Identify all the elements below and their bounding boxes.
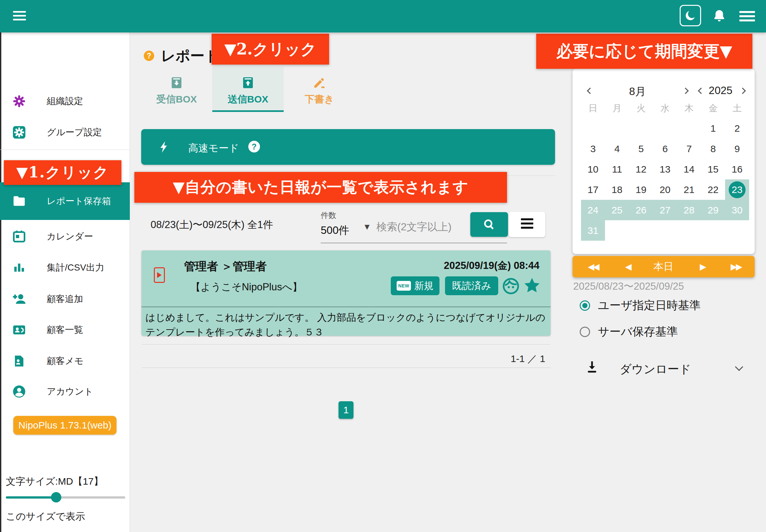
calendar-day-3[interactable]: 3 bbox=[581, 139, 605, 159]
face-icon[interactable] bbox=[502, 277, 520, 295]
sidebar-item-label: 顧客メモ bbox=[47, 355, 83, 367]
report-card[interactable]: 管理者 ＞管理者 2025/09/19(金) 08:44 【ようこそNipoPl… bbox=[141, 250, 551, 336]
calendar-day-10[interactable]: 10 bbox=[581, 159, 605, 179]
folder-icon bbox=[12, 194, 27, 209]
weekday-label: 水 bbox=[653, 101, 677, 115]
sidebar-item-6[interactable]: 顧客一覧 bbox=[0, 314, 130, 345]
calendar-day-empty bbox=[605, 220, 629, 241]
radio-user-datetime[interactable]: ユーザ指定日時基準 bbox=[580, 298, 701, 313]
count-select-caret-icon[interactable]: ▼ bbox=[363, 222, 371, 232]
count-select[interactable]: 500件 bbox=[321, 223, 349, 238]
list-divider bbox=[141, 344, 551, 345]
sidebar-menu-icon[interactable] bbox=[13, 11, 26, 21]
calendar-day-5[interactable]: 5 bbox=[629, 139, 653, 159]
download-icon[interactable] bbox=[584, 359, 600, 376]
calendar-day-27[interactable]: 27 bbox=[653, 200, 677, 220]
sidebar-item-7[interactable]: 顧客メモ bbox=[0, 345, 130, 377]
sidebar-item-0[interactable]: 組織設定 bbox=[0, 86, 130, 117]
tab-inbox[interactable]: 受信BOX bbox=[141, 67, 212, 112]
sidebar-item-label: 集計/CSV出力 bbox=[47, 261, 104, 274]
search-input[interactable]: 検索(2文字以上) bbox=[376, 220, 452, 234]
sidebar-item-5[interactable]: 顧客追加 bbox=[0, 284, 130, 315]
calendar-day-8[interactable]: 8 bbox=[701, 139, 725, 159]
calendar-day-9[interactable]: 9 bbox=[725, 139, 749, 159]
calendar-day-25[interactable]: 25 bbox=[605, 200, 629, 220]
prev-month-button[interactable] bbox=[584, 85, 596, 97]
sidebar-item-label: レポート保存箱 bbox=[47, 195, 111, 207]
calendar-day-17[interactable]: 17 bbox=[581, 179, 605, 200]
page-1-button[interactable]: 1 bbox=[338, 401, 353, 419]
calendar-day-28[interactable]: 28 bbox=[677, 200, 701, 220]
sidebar-item-label: アカウント bbox=[47, 385, 93, 398]
calendar-day-4[interactable]: 4 bbox=[605, 139, 629, 159]
calendar-day-14[interactable]: 14 bbox=[677, 159, 701, 179]
calendar-day-6[interactable]: 6 bbox=[653, 139, 677, 159]
sidebar-item-1[interactable]: グループ設定 bbox=[0, 117, 130, 148]
calendar-day-11[interactable]: 11 bbox=[605, 159, 629, 179]
favorite-star-icon[interactable] bbox=[522, 276, 542, 296]
calendar-day-15[interactable]: 15 bbox=[701, 159, 725, 179]
radio-server-saved[interactable]: サーバ保存基準 bbox=[580, 324, 678, 339]
status-badge-new: NEW 新規 bbox=[391, 276, 440, 295]
calendar-day-19[interactable]: 19 bbox=[629, 179, 653, 200]
calendar-day-empty bbox=[677, 220, 701, 241]
fast-mode-button[interactable]: 高速モード ? bbox=[141, 129, 555, 165]
list-options-button[interactable] bbox=[509, 212, 545, 237]
sidebar-item-label: 顧客追加 bbox=[47, 293, 83, 305]
search-button[interactable] bbox=[470, 212, 508, 237]
back-button[interactable]: ◀ bbox=[618, 256, 638, 277]
dark-mode-button[interactable] bbox=[680, 5, 701, 26]
note-icon bbox=[12, 354, 27, 369]
calendar-day-26[interactable]: 26 bbox=[629, 200, 653, 220]
status-badge-read-label: 既読済み bbox=[452, 279, 492, 293]
fast-mode-help-icon[interactable]: ? bbox=[248, 141, 260, 152]
fast-backward-button[interactable]: ◀◀ bbox=[582, 256, 604, 277]
sidebar: 組織設定グループ設定レポート保存箱カレンダー集計/CSV出力顧客追加顧客一覧顧客… bbox=[0, 32, 130, 532]
next-month-button[interactable] bbox=[680, 85, 691, 97]
notifications-button[interactable] bbox=[711, 8, 727, 24]
sidebar-item-3[interactable]: カレンダー bbox=[0, 221, 130, 252]
forward-button[interactable]: ▶ bbox=[693, 256, 712, 277]
download-expand-chevron-icon[interactable] bbox=[735, 363, 743, 371]
calendar-day-18[interactable]: 18 bbox=[605, 179, 629, 200]
help-icon[interactable]: ? bbox=[144, 51, 154, 61]
calendar-day-31[interactable]: 31 bbox=[581, 220, 605, 241]
calendar-day-30[interactable]: 30 bbox=[725, 200, 749, 220]
fast-forward-button[interactable]: ▶▶ bbox=[724, 256, 747, 277]
calendar-day-empty bbox=[581, 118, 605, 139]
fast-mode-label: 高速モード bbox=[188, 141, 239, 155]
list-divider bbox=[141, 368, 551, 368]
calendar-year: 2025 bbox=[701, 84, 740, 97]
sidebar-item-2[interactable]: レポート保存箱 bbox=[0, 182, 130, 220]
calendar-day-2[interactable]: 2 bbox=[725, 118, 749, 139]
calendar-day-22[interactable]: 22 bbox=[701, 179, 725, 200]
sidebar-item-4[interactable]: 集計/CSV出力 bbox=[0, 252, 130, 283]
download-label[interactable]: ダウンロード bbox=[620, 361, 691, 377]
calendar-day-21[interactable]: 21 bbox=[677, 179, 701, 200]
calendar-day-1[interactable]: 1 bbox=[701, 118, 725, 139]
calendar-day-23[interactable]: 23 bbox=[725, 179, 749, 200]
font-size-slider[interactable] bbox=[6, 493, 125, 502]
calendar-day-20[interactable]: 20 bbox=[653, 179, 677, 200]
tab-draft[interactable]: 下書き bbox=[284, 67, 355, 112]
sidebar-item-8[interactable]: アカウント bbox=[0, 376, 130, 407]
annotation-step2-banner: ▼2.クリック bbox=[212, 34, 329, 65]
tab-outbox-active[interactable]: 送信BOX bbox=[212, 67, 284, 112]
version-badge[interactable]: NipoPlus 1.73.1(web) bbox=[13, 416, 116, 435]
calendar-day-16[interactable]: 16 bbox=[725, 159, 749, 179]
calendar-day-29[interactable]: 29 bbox=[701, 200, 725, 220]
weekday-label: 月 bbox=[605, 101, 629, 115]
person-add-icon bbox=[12, 292, 27, 307]
calendar-day-12[interactable]: 12 bbox=[629, 159, 653, 179]
calendar-day-24[interactable]: 24 bbox=[581, 200, 605, 220]
overflow-menu-icon[interactable] bbox=[739, 11, 755, 21]
calendar-day-13[interactable]: 13 bbox=[653, 159, 677, 179]
weekday-label: 土 bbox=[725, 101, 749, 115]
slider-thumb[interactable] bbox=[51, 492, 61, 502]
status-badge-new-label: 新規 bbox=[414, 279, 434, 293]
today-button[interactable]: 本日 bbox=[647, 256, 680, 277]
sidebar-divider bbox=[0, 150, 130, 150]
calendar-day-7[interactable]: 7 bbox=[677, 139, 701, 159]
next-year-button[interactable] bbox=[737, 85, 748, 97]
tab-draft-label: 下書き bbox=[284, 93, 355, 106]
